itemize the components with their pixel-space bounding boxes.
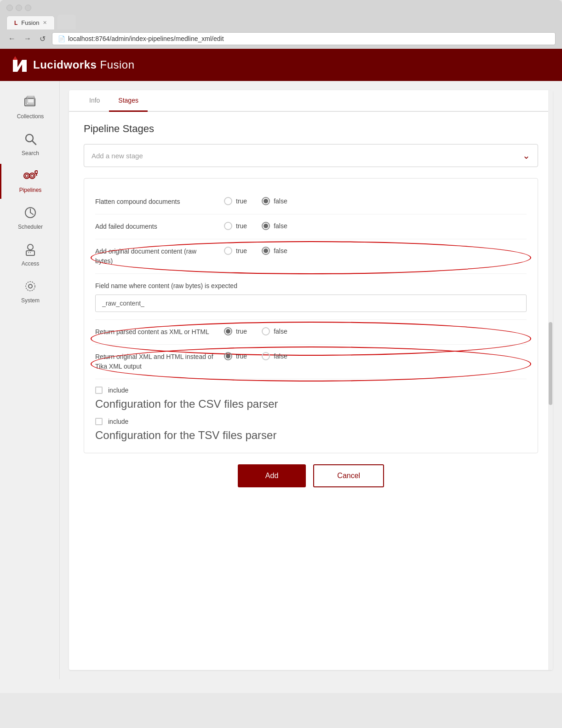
scheduler-icon	[24, 206, 37, 221]
tab-favicon: L	[14, 20, 17, 26]
csv-section-header: include	[95, 387, 527, 394]
svg-rect-18	[26, 251, 34, 255]
form-card: Flatten compound documents true false	[84, 178, 538, 453]
access-icon	[24, 243, 37, 258]
radio-group-return-parsed: true false	[224, 327, 527, 335]
sidebar-label-collections: Collections	[17, 113, 44, 120]
svg-point-21	[29, 284, 32, 288]
sidebar-label-system: System	[21, 297, 40, 304]
label-add-failed: Add failed documents	[95, 222, 224, 231]
radio-return-xml-false[interactable]: false	[262, 352, 287, 360]
csv-include-checkbox[interactable]	[95, 387, 103, 394]
radio-add-failed-true[interactable]: true	[224, 222, 247, 230]
address-bar[interactable]: 📄 localhost:8764/admin/index-pipelines/m…	[52, 32, 556, 45]
page-tabs: Info Stages	[69, 90, 553, 112]
label-add-original: Add original document content (raw bytes…	[95, 247, 224, 266]
sidebar-label-search: Search	[22, 150, 39, 156]
action-buttons: Add Cancel	[84, 453, 538, 498]
radio-circle-add-failed-true[interactable]	[224, 222, 232, 230]
logo-icon	[11, 56, 29, 74]
radio-return-xml-true[interactable]: true	[224, 352, 247, 360]
radio-return-parsed-true[interactable]: true	[224, 327, 247, 335]
sidebar-label-pipelines: Pipelines	[19, 187, 42, 193]
label-return-xml: Return original XML and HTML instead of …	[95, 352, 224, 371]
app-header: Lucidworks Fusion	[0, 49, 562, 81]
radio-group-add-failed: true false	[224, 222, 527, 230]
form-row-field-name: Field name where content (raw bytes) is …	[95, 274, 527, 320]
svg-point-17	[28, 244, 33, 250]
add-button[interactable]: Add	[238, 464, 306, 487]
sidebar: Collections Search	[0, 81, 60, 679]
sidebar-item-search[interactable]: Search	[0, 127, 59, 162]
system-icon	[24, 280, 37, 295]
tsv-include-checkbox[interactable]	[95, 418, 103, 425]
main-content: Info Stages Pipeline Stages Add a new st…	[69, 90, 553, 670]
url-text: localhost:8764/admin/index-pipelines/med…	[68, 35, 224, 42]
radio-flatten-true[interactable]: true	[224, 197, 247, 205]
radio-circle-flatten-false[interactable]	[262, 197, 270, 205]
browser-tab[interactable]: L Fusion ✕	[6, 16, 55, 29]
csv-section-title: Configuration for the CSV files parser	[95, 398, 527, 410]
radio-return-parsed-false[interactable]: false	[262, 327, 287, 335]
tsv-section-header: include	[95, 418, 527, 425]
tab-close-button[interactable]: ✕	[43, 20, 47, 26]
sidebar-item-collections[interactable]: Collections	[0, 90, 59, 125]
radio-flatten-false[interactable]: false	[262, 197, 287, 205]
sidebar-item-pipelines[interactable]: Pipelines	[0, 164, 59, 199]
radio-add-original-false[interactable]: false	[262, 247, 287, 255]
svg-point-9	[25, 174, 28, 177]
radio-group-return-xml: true false	[224, 352, 527, 360]
section-title: Pipeline Stages	[84, 123, 538, 135]
svg-point-22	[26, 282, 35, 291]
svg-point-10	[29, 173, 35, 179]
radio-add-failed-false[interactable]: false	[262, 222, 287, 230]
back-button[interactable]: ←	[6, 33, 17, 45]
label-field-name: Field name where content (raw bytes) is …	[95, 281, 527, 291]
sidebar-label-access: Access	[22, 260, 40, 267]
reload-button[interactable]: ↺	[38, 33, 47, 45]
form-row-return-parsed: Return parsed content as XML or HTML tru…	[95, 320, 527, 345]
sidebar-item-access[interactable]: Access	[0, 237, 59, 272]
radio-circle-flatten-true[interactable]	[224, 197, 232, 205]
cancel-button[interactable]: Cancel	[313, 464, 384, 487]
scrollbar[interactable]	[548, 90, 553, 670]
tsv-include-label: include	[108, 418, 128, 425]
radio-circle-return-parsed-false[interactable]	[262, 327, 270, 335]
label-return-parsed: Return parsed content as XML or HTML	[95, 327, 224, 337]
radio-circle-return-xml-false[interactable]	[262, 352, 270, 360]
dropdown-placeholder: Add a new stage	[92, 152, 143, 160]
sidebar-item-scheduler[interactable]: Scheduler	[0, 201, 59, 236]
radio-circle-return-parsed-true[interactable]	[224, 327, 232, 335]
forward-button[interactable]: →	[22, 33, 33, 45]
svg-point-13	[35, 171, 38, 173]
radio-circle-add-failed-false[interactable]	[262, 222, 270, 230]
traffic-light-close[interactable]	[6, 5, 13, 11]
radio-circle-add-original-true[interactable]	[224, 247, 232, 255]
search-icon	[24, 133, 37, 147]
svg-point-8	[24, 173, 29, 179]
pipelines-icon	[23, 169, 38, 184]
traffic-light-maximize[interactable]	[25, 5, 31, 11]
svg-line-7	[32, 141, 36, 144]
add-stage-dropdown[interactable]: Add a new stage ⌄	[84, 144, 538, 167]
form-row-flatten: Flatten compound documents true false	[95, 190, 527, 214]
scrollbar-thumb[interactable]	[549, 322, 552, 405]
dropdown-arrow-icon: ⌄	[522, 150, 530, 161]
collections-icon	[24, 96, 37, 110]
tab-info[interactable]: Info	[80, 90, 109, 112]
csv-include-label: include	[108, 387, 128, 394]
new-tab-area	[57, 15, 76, 29]
raw-content-input[interactable]	[95, 295, 527, 312]
radio-group-add-original: true false	[224, 247, 527, 255]
radio-add-original-true[interactable]: true	[224, 247, 247, 255]
tab-stages[interactable]: Stages	[109, 90, 148, 112]
svg-point-11	[31, 174, 34, 177]
form-row-add-original: Add original document content (raw bytes…	[95, 239, 527, 274]
address-bar-icon: 📄	[58, 35, 65, 42]
traffic-light-minimize[interactable]	[16, 5, 22, 11]
sidebar-item-system[interactable]: System	[0, 274, 59, 309]
tsv-section-title: Configuration for the TSV files parser	[95, 429, 527, 442]
radio-circle-add-original-false[interactable]	[262, 247, 270, 255]
form-row-return-xml: Return original XML and HTML instead of …	[95, 345, 527, 379]
radio-circle-return-xml-true[interactable]	[224, 352, 232, 360]
